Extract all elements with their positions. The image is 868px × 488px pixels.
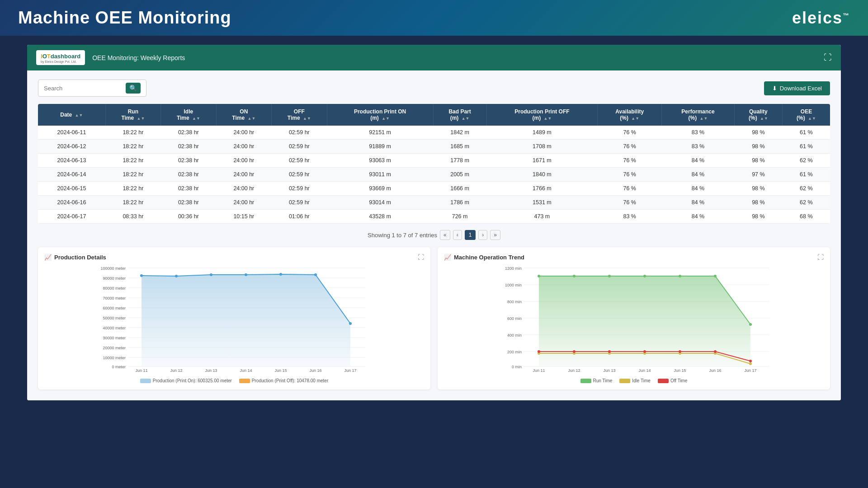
svg-point-24	[175, 275, 178, 277]
svg-text:Jun 12: Jun 12	[568, 368, 580, 373]
svg-point-23	[140, 274, 143, 277]
table-cell: 68 %	[783, 210, 830, 224]
table-cell: 76 %	[598, 168, 662, 182]
col-prod-print-off[interactable]: Production Print OFF(m) ▲▼	[486, 104, 598, 126]
search-box[interactable]: 🔍	[38, 80, 146, 97]
svg-text:80000 meter: 80000 meter	[103, 286, 126, 291]
chart1-expand-icon[interactable]: ⛶	[418, 253, 424, 261]
table-cell: 2024-06-17	[38, 210, 105, 224]
col-off-time[interactable]: OFFTime ▲▼	[272, 104, 327, 126]
table-cell: 01:06 hr	[272, 210, 327, 224]
table-row: 2024-06-1318:22 hr02:38 hr24:00 hr02:59 …	[38, 154, 830, 168]
table-cell: 24:00 hr	[216, 126, 271, 140]
table-cell: 1531 m	[486, 196, 598, 210]
table-cell: 93011 m	[327, 168, 433, 182]
legend-run-time: Run Time	[580, 378, 613, 383]
table-cell: 1840 m	[486, 168, 598, 182]
table-row: 2024-06-1218:22 hr02:38 hr24:00 hr02:59 …	[38, 140, 830, 154]
col-quality[interactable]: Quality(%) ▲▼	[734, 104, 782, 126]
dashboard-subheader: IOTdashboard by Eleics Design Pvt. Ltd. …	[27, 45, 841, 70]
svg-text:Jun 14: Jun 14	[240, 368, 252, 373]
table-row: 2024-06-1418:22 hr02:38 hr24:00 hr02:59 …	[38, 168, 830, 182]
svg-point-26	[245, 273, 247, 276]
col-availability[interactable]: Availability(%) ▲▼	[598, 104, 662, 126]
col-on-time[interactable]: ONTime ▲▼	[216, 104, 271, 126]
table-cell: 02:38 hr	[161, 154, 216, 168]
chart2-expand-icon[interactable]: ⛶	[817, 253, 824, 261]
table-cell: 83 %	[662, 140, 735, 154]
pagination-showing: Showing 1 to 7 of 7 entries	[368, 232, 437, 239]
legend-prod-on: Production (Print On): 600325.00 meter	[140, 378, 232, 383]
legend-off-time-color	[658, 379, 669, 383]
table-cell: 2024-06-12	[38, 140, 105, 154]
pagination-last[interactable]: »	[490, 230, 500, 240]
table-cell: 84 %	[662, 210, 735, 224]
svg-point-58	[749, 323, 752, 326]
table-cell: 98 %	[734, 140, 782, 154]
svg-point-52	[538, 275, 540, 277]
expand-icon[interactable]: ⛶	[824, 53, 832, 62]
svg-point-68	[608, 350, 611, 353]
table-cell: 2024-06-13	[38, 154, 105, 168]
table-cell: 98 %	[734, 154, 782, 168]
col-oee[interactable]: OEE(%) ▲▼	[783, 104, 830, 126]
svg-text:20000 meter: 20000 meter	[103, 346, 126, 350]
table-cell: 98 %	[734, 182, 782, 196]
legend-off-time: Off Time	[658, 378, 688, 383]
table-cell: 84 %	[662, 154, 735, 168]
table-cell: 02:38 hr	[161, 182, 216, 196]
svg-point-70	[679, 350, 681, 353]
table-header-row: Date ▲▼ RunTime ▲▼ IdleTime ▲▼ ONTime ▲▼…	[38, 104, 830, 126]
chart2-trend-icon: 📈	[444, 254, 451, 261]
svg-text:800 min: 800 min	[507, 300, 522, 304]
table-cell: 24:00 hr	[216, 154, 271, 168]
table-cell: 62 %	[783, 182, 830, 196]
table-cell: 2005 m	[433, 168, 486, 182]
svg-text:1000 min: 1000 min	[505, 283, 522, 287]
pagination-page-1[interactable]: 1	[465, 230, 476, 240]
iot-brand-text: IOTdashboard	[41, 53, 80, 60]
svg-text:Jun 16: Jun 16	[709, 368, 721, 373]
download-excel-button[interactable]: ⬇ Download Excel	[764, 81, 830, 95]
col-prod-print-on[interactable]: Production Print ON(m) ▲▼	[327, 104, 433, 126]
col-date[interactable]: Date ▲▼	[38, 104, 105, 126]
download-label: Download Excel	[780, 85, 822, 92]
table-cell: 726 m	[433, 210, 486, 224]
pagination-prev[interactable]: ‹	[453, 230, 462, 240]
col-performance[interactable]: Performance(%) ▲▼	[662, 104, 735, 126]
brand-logo: eleics™	[792, 9, 850, 28]
svg-text:Jun 14: Jun 14	[638, 368, 651, 373]
svg-point-57	[714, 275, 717, 277]
search-button[interactable]: 🔍	[126, 83, 141, 94]
legend-prod-off-color	[239, 379, 250, 383]
table-cell: 61 %	[783, 140, 830, 154]
table-cell: 93014 m	[327, 196, 433, 210]
table-cell: 76 %	[598, 196, 662, 210]
col-idle-time[interactable]: IdleTime ▲▼	[161, 104, 216, 126]
table-row: 2024-06-1618:22 hr02:38 hr24:00 hr02:59 …	[38, 196, 830, 210]
table-cell: 2024-06-16	[38, 196, 105, 210]
svg-point-67	[573, 350, 576, 353]
pagination-first[interactable]: «	[440, 230, 450, 240]
pagination-next[interactable]: ›	[478, 230, 487, 240]
col-bad-part[interactable]: Bad Part(m) ▲▼	[433, 104, 486, 126]
search-input[interactable]	[44, 85, 124, 92]
legend-off-time-label: Off Time	[670, 378, 688, 383]
table-cell: 1786 m	[433, 196, 486, 210]
table-cell: 62 %	[783, 154, 830, 168]
table-cell: 1766 m	[486, 182, 598, 196]
table-cell: 84 %	[662, 196, 735, 210]
table-row: 2024-06-1518:22 hr02:38 hr24:00 hr02:59 …	[38, 182, 830, 196]
pagination-bar: Showing 1 to 7 of 7 entries « ‹ 1 › »	[38, 230, 830, 240]
svg-text:400 min: 400 min	[507, 333, 522, 338]
chart1-legend: Production (Print On): 600325.00 meter P…	[44, 378, 424, 383]
legend-run-time-label: Run Time	[593, 378, 613, 383]
table-cell: 18:22 hr	[105, 182, 160, 196]
table-cell: 76 %	[598, 154, 662, 168]
legend-idle-time: Idle Time	[619, 378, 651, 383]
table-cell: 10:15 hr	[216, 210, 271, 224]
svg-text:Jun 15: Jun 15	[674, 368, 686, 373]
table-cell: 1685 m	[433, 140, 486, 154]
col-run-time[interactable]: RunTime ▲▼	[105, 104, 160, 126]
table-cell: 2024-06-11	[38, 126, 105, 140]
